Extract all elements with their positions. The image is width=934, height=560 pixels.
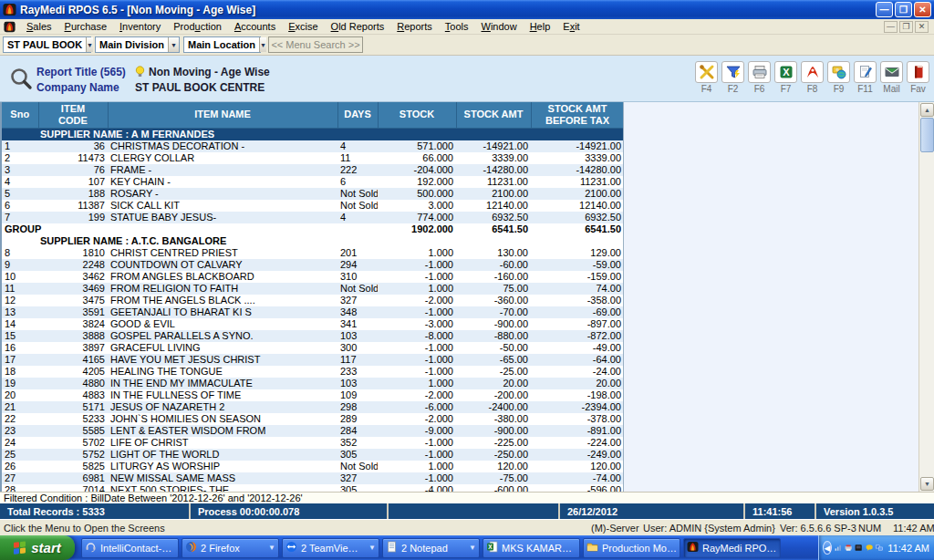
filter-button[interactable]: F2 <box>721 61 745 94</box>
chevron-down-icon[interactable]: ▼ <box>368 544 376 552</box>
print-button[interactable]: F6 <box>747 61 772 94</box>
mdi-close-button[interactable]: ✕ <box>915 21 929 33</box>
settings-button[interactable]: F4 <box>694 61 719 94</box>
mdi-minimize-button[interactable]: — <box>884 21 898 33</box>
chevron-down-icon[interactable]: ▼ <box>469 544 476 552</box>
chevron-down-icon[interactable]: ▼ <box>168 37 179 52</box>
menu-tools[interactable]: Tools <box>439 20 475 33</box>
menu-excise[interactable]: Excise <box>282 20 324 33</box>
table-row[interactable]: 143824GOOD & EVIL341-3.000-900.00-897.00 <box>2 318 624 330</box>
chevron-down-icon[interactable]: ▼ <box>86 37 93 52</box>
taskbar-task-2-teamviewer-8[interactable]: 2 TeamViewer 8▼ <box>282 538 379 558</box>
taskbar-task-mks-kamaraj-xl[interactable]: XMKS KAMARAJ.xl... <box>483 538 580 558</box>
close-button[interactable]: ✕ <box>914 2 931 17</box>
table-row[interactable]: 81810CHRIST CENTRED PRIEST2011.000130.00… <box>2 247 624 259</box>
table-row[interactable]: 4107KEY CHAIN -6192.00011231.0011231.00 <box>2 176 624 188</box>
column-header-stock[interactable]: STOCK <box>378 102 456 128</box>
supplier-row[interactable]: SUPPLIER NAME : A.T.C. BANGALORE <box>2 235 624 247</box>
table-row[interactable]: 225233JOHN`S HOMILIES ON SEASON289-2.000… <box>2 413 624 425</box>
currency-button[interactable]: F9 <box>826 61 851 94</box>
start-button[interactable]: start <box>0 535 75 560</box>
menu-old-reports[interactable]: Old Reports <box>325 20 391 33</box>
mail-button[interactable]: Mail <box>879 61 904 94</box>
table-row[interactable]: 376FRAME -222-204.000-14280.00-14280.00 <box>2 164 624 176</box>
taskbar-task-2-firefox[interactable]: 2 Firefox▼ <box>182 538 279 558</box>
folder-icon <box>586 541 598 555</box>
supplier-row[interactable]: SUPPLIER NAME : A M FERNANDES <box>2 128 624 140</box>
column-header-stock-amt[interactable]: STOCK AMT <box>456 102 531 128</box>
table-row[interactable]: 5188ROSARY -Not Sold500.0002100.002100.0… <box>2 188 624 200</box>
pdf-export-button[interactable]: F8 <box>800 61 825 94</box>
table-row[interactable]: 184205HEALING THE TONGUE233-1.000-25.00-… <box>2 366 624 378</box>
group-total-row[interactable]: GROUP1902.0006541.506541.50 <box>2 223 624 235</box>
table-row[interactable]: 163897GRACEFUL LIVING300-1.000-50.00-49.… <box>2 342 624 354</box>
excel-export-icon: X <box>778 64 794 80</box>
chevron-down-icon[interactable]: ▼ <box>259 37 266 52</box>
scroll-down-button[interactable]: ▼ <box>920 477 934 491</box>
taskbar-task-production-module[interactable]: Production Module <box>583 538 680 558</box>
table-row[interactable]: 215171JESUS OF NAZARETH 2298-6.000-2400.… <box>2 401 624 413</box>
table-row[interactable]: 92248COUNTDOWN OT CALVARY294-1.000-60.00… <box>2 259 624 271</box>
grid-body: SUPPLIER NAME : A M FERNANDES136CHRISTMA… <box>2 128 624 492</box>
table-row[interactable]: 153888GOSPEL PARALLELS A SYNO.103-8.000-… <box>2 330 624 342</box>
column-header-days[interactable]: DAYS <box>337 102 378 128</box>
taskbar-task-intellicontact-ag[interactable]: IntelliContact-Ag... <box>81 538 179 558</box>
table-row[interactable]: 211473CLERGY COLLAR1166.0003339.003339.0… <box>2 152 624 164</box>
vertical-scrollbar[interactable]: ▲ ▼ <box>918 102 934 492</box>
mdi-restore-button[interactable]: ❐ <box>899 21 913 33</box>
menu-inventory[interactable]: Inventory <box>113 20 167 33</box>
table-row[interactable]: 235585LENT & EASTER WISDOM FROM284-9.000… <box>2 425 624 437</box>
table-row[interactable]: 255752LIGHT OF THE WORLD305-1.000-250.00… <box>2 449 624 461</box>
scroll-up-button[interactable]: ▲ <box>920 103 934 117</box>
column-header-item-name[interactable]: ITEM NAME <box>108 102 337 128</box>
company-select[interactable]: ST PAUL BOOK ▼ <box>3 36 91 53</box>
search-icon[interactable] <box>5 59 36 99</box>
taskbar-tasks: IntelliContact-Ag...2 Firefox▼2 TeamView… <box>81 538 818 558</box>
table-row[interactable]: 136CHRISTMAS DECORATION -4571.000-14921.… <box>2 140 624 152</box>
table-row[interactable]: 194880IN THE END MY IMMACULATE1031.00020… <box>2 378 624 389</box>
filter-icon <box>725 64 742 80</box>
table-row[interactable]: 113469FROM RELIGION TO FAITHNot Sold1.00… <box>2 283 624 295</box>
menu-accounts[interactable]: Accounts <box>228 20 282 33</box>
network-icon[interactable] <box>876 542 883 554</box>
signal-icon[interactable] <box>835 542 842 554</box>
table-row[interactable]: 287014NEXT 500 STORIES- THE305-4.000-600… <box>2 484 624 493</box>
chevron-down-icon[interactable]: ▼ <box>268 544 275 552</box>
table-row[interactable]: 174165HAVE YOU MET JESUS CHRIST117-1.000… <box>2 354 624 366</box>
edit-document-button[interactable]: F11 <box>853 61 877 94</box>
restore-button[interactable]: ❐ <box>895 2 912 17</box>
scrollbar-thumb[interactable] <box>920 118 934 152</box>
excel-export-button[interactable]: X F7 <box>773 61 798 94</box>
minimize-button[interactable]: — <box>876 2 893 17</box>
printer-tray-icon[interactable] <box>845 542 852 554</box>
tray-collapse-icon[interactable]: ◀ <box>823 541 832 555</box>
table-row[interactable]: 276981NEW MISSAL SAME MASS327-1.000-75.0… <box>2 472 624 484</box>
taskbar-task-2-notepad[interactable]: 2 Notepad▼ <box>382 538 480 558</box>
table-row[interactable]: 245702LIFE OF CHRIST352-1.000-225.00-224… <box>2 437 624 449</box>
taskbar-task-raymedi-rpos-6[interactable]: RayMedi RPOS 6.... <box>683 538 781 558</box>
column-header-item-code[interactable]: ITEM CODE <box>38 102 108 128</box>
menu-window[interactable]: Window <box>475 20 524 33</box>
favorites-button[interactable]: Fav <box>906 61 930 94</box>
table-row[interactable]: 611387SICK CALL KITNot Sold3.00012140.00… <box>2 200 624 212</box>
child-window-icon <box>4 21 16 33</box>
menu-search-input[interactable]: << Menu Search >> <box>268 36 363 53</box>
menu-reports[interactable]: Reports <box>390 20 439 33</box>
menu-purchase[interactable]: Purchase <box>58 20 113 33</box>
table-row[interactable]: 103462FROM ANGLES BLACKBOARD310-1.000-16… <box>2 271 624 283</box>
messenger-icon[interactable] <box>866 542 873 554</box>
menu-exit[interactable]: Exit <box>556 20 586 33</box>
division-select[interactable]: Main Division ▼ <box>95 36 180 53</box>
menu-production[interactable]: Production <box>167 20 228 33</box>
column-header-sno[interactable]: Sno <box>2 102 38 128</box>
menu-sales[interactable]: Sales <box>20 20 58 33</box>
table-row[interactable]: 265825LITURGY AS WORSHIPNot Sold1.000120… <box>2 461 624 472</box>
column-header-stock-amt-before-tax[interactable]: STOCK AMT BEFORE TAX <box>531 102 624 128</box>
menu-help[interactable]: Help <box>524 20 557 33</box>
table-row[interactable]: 7199STATUE BABY JESUS-4774.0006932.50693… <box>2 212 624 223</box>
location-select[interactable]: Main Location ▼ <box>183 36 261 53</box>
app-tray-icon[interactable] <box>855 542 862 554</box>
table-row[interactable]: 123475FROM THE ANGELS BLACK ....327-2.00… <box>2 295 624 306</box>
table-row[interactable]: 133591GEETANJALI TO BHARAT KI S348-1.000… <box>2 306 624 318</box>
table-row[interactable]: 204883IN THE FULLNESS OF TIME109-2.000-2… <box>2 389 624 401</box>
